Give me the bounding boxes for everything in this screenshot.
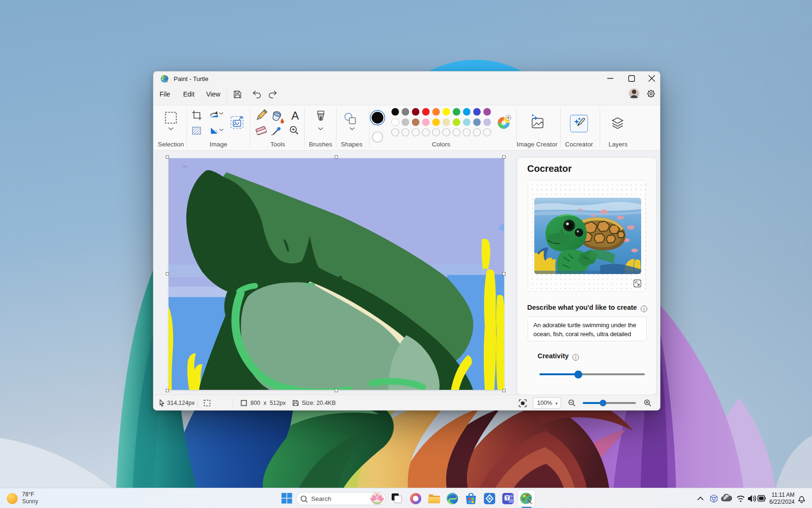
svg-text:Brushes: Brushes bbox=[309, 141, 332, 148]
svg-text:A: A bbox=[291, 109, 299, 122]
svg-text:78°F: 78°F bbox=[22, 491, 34, 498]
svg-text:T: T bbox=[506, 496, 508, 501]
svg-text:Image: Image bbox=[209, 141, 227, 148]
svg-text:Sunny: Sunny bbox=[22, 498, 38, 505]
svg-text:Colors: Colors bbox=[432, 141, 450, 148]
svg-text:Tools: Tools bbox=[270, 141, 285, 148]
svg-text:Cocreator: Cocreator bbox=[565, 141, 593, 148]
svg-text:Layers: Layers bbox=[609, 141, 628, 148]
svg-text:11:11 AM: 11:11 AM bbox=[772, 492, 795, 498]
svg-text:Selection: Selection bbox=[158, 141, 184, 148]
svg-text:Shapes: Shapes bbox=[341, 141, 362, 148]
svg-text:Image Creator: Image Creator bbox=[517, 141, 558, 148]
svg-text:6/22/2024: 6/22/2024 bbox=[770, 499, 795, 505]
svg-text:Search: Search bbox=[311, 495, 331, 502]
